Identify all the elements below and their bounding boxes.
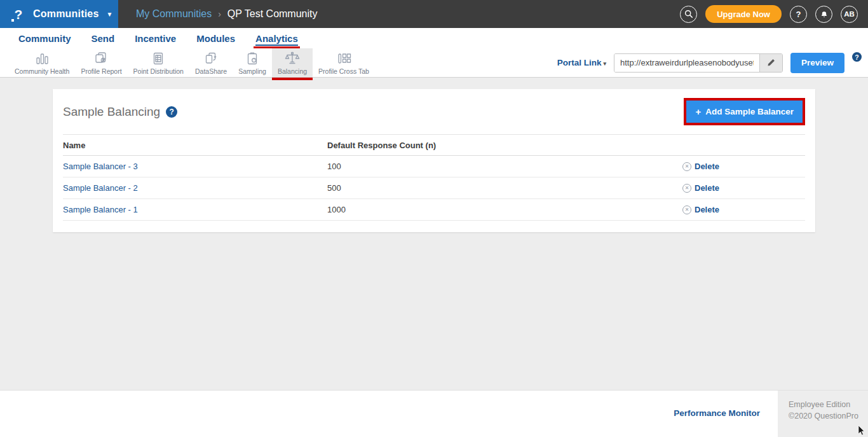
delete-button[interactable]: ✕ Delete — [682, 205, 805, 214]
add-sample-balancer-button[interactable]: + Add Sample Balancer — [686, 101, 803, 123]
balancer-name-link[interactable]: Sample Balancer - 1 — [63, 205, 138, 214]
breadcrumb-separator: › — [218, 9, 221, 19]
edition-label: Employee Edition — [789, 399, 868, 411]
breadcrumb: My Communities › QP Test Community — [136, 8, 318, 20]
document-table-icon — [151, 51, 166, 66]
footer: Performance Monitor Employee Edition ©20… — [0, 390, 868, 437]
balancer-name-link[interactable]: Sample Balancer - 3 — [63, 162, 138, 171]
tool-community-health[interactable]: Community Health — [9, 48, 75, 77]
share-pages-icon — [203, 51, 219, 66]
topbar: ? Communities ▼ My Communities › QP Test… — [0, 0, 868, 28]
main-nav: Community Send Incentive Modules Analyti… — [0, 28, 868, 48]
circle-x-icon: ✕ — [682, 162, 691, 171]
chevron-down-icon: ▾ — [603, 60, 606, 67]
tab-community[interactable]: Community — [18, 32, 72, 45]
balance-scales-icon — [284, 51, 301, 66]
breadcrumb-current: QP Test Community — [227, 8, 318, 20]
card-header: Sample Balancing ? + Add Sample Balancer — [63, 98, 805, 125]
question-icon: ? — [796, 10, 801, 19]
tool-profile-report[interactable]: Profile Report — [75, 48, 127, 77]
cross-tab-grid-icon — [336, 51, 351, 66]
table-row: Sample Balancer - 1 1000 ✕ Delete — [63, 199, 805, 221]
svg-text:?: ? — [253, 59, 255, 62]
tab-modules[interactable]: Modules — [196, 32, 236, 45]
portal-url-group — [614, 53, 783, 73]
topbar-actions: Upgrade Now ? AB — [680, 5, 868, 23]
bar-chart-icon — [34, 51, 50, 66]
upgrade-now-button[interactable]: Upgrade Now — [705, 5, 782, 23]
notifications-button[interactable] — [815, 6, 832, 23]
title-help-button[interactable]: ? — [166, 106, 177, 118]
portal-link-dropdown[interactable]: Portal Link▾ — [557, 58, 606, 67]
response-count: 1000 — [327, 205, 682, 214]
mouse-cursor — [858, 426, 865, 436]
app-menu[interactable]: ? Communities ▼ — [0, 0, 118, 28]
delete-button[interactable]: ✕ Delete — [682, 162, 805, 171]
delete-button[interactable]: ✕ Delete — [682, 183, 805, 193]
response-count: 500 — [327, 183, 682, 193]
tab-send[interactable]: Send — [91, 32, 116, 45]
pencil-icon — [766, 58, 776, 67]
table-row: Sample Balancer - 2 500 ✕ Delete — [63, 177, 805, 199]
balancers-table: Name Default Response Count (n) Sample B… — [63, 134, 805, 221]
breadcrumb-parent-link[interactable]: My Communities — [136, 8, 212, 20]
tool-sampling[interactable]: ? Sampling — [233, 48, 272, 77]
column-header-count: Default Response Count (n) — [327, 141, 682, 150]
question-icon: ? — [169, 108, 173, 116]
sample-balancing-card: Sample Balancing ? + Add Sample Balancer… — [53, 89, 815, 232]
edit-url-button[interactable] — [759, 54, 782, 72]
help-button[interactable]: ? — [790, 6, 807, 23]
portal-url-input[interactable] — [614, 54, 759, 72]
toolbar-right: Portal Link▾ Preview ? — [557, 48, 868, 77]
tool-datashare[interactable]: DataShare — [189, 48, 233, 77]
edition-box: Employee Edition ©2020 QuestionPro — [778, 391, 868, 437]
tool-balancing[interactable]: Balancing — [272, 48, 313, 77]
table-header-row: Name Default Response Count (n) — [63, 134, 805, 156]
tab-incentive[interactable]: Incentive — [134, 32, 177, 45]
questionpro-logo-icon: ? — [10, 6, 27, 22]
circle-x-icon: ✕ — [682, 184, 691, 193]
avatar[interactable]: AB — [841, 6, 858, 23]
page: ? Communities ▼ My Communities › QP Test… — [0, 0, 868, 437]
preview-button[interactable]: Preview — [790, 53, 844, 73]
performance-monitor-link[interactable]: Performance Monitor — [674, 408, 760, 418]
page-help-button[interactable]: ? — [852, 52, 862, 62]
question-icon: ? — [855, 53, 858, 61]
search-button[interactable] — [680, 6, 697, 23]
table-row: Sample Balancer - 3 100 ✕ Delete — [63, 156, 805, 177]
profile-report-icon — [93, 51, 109, 66]
page-title: Sample Balancing — [63, 105, 160, 119]
tool-point-distribution[interactable]: Point Distribution — [128, 48, 189, 77]
balancer-name-link[interactable]: Sample Balancer - 2 — [63, 183, 138, 193]
chevron-down-icon: ▼ — [107, 11, 113, 18]
response-count: 100 — [327, 162, 682, 171]
content-area: Sample Balancing ? + Add Sample Balancer… — [0, 78, 868, 390]
search-icon — [684, 10, 693, 18]
tab-analytics[interactable]: Analytics — [255, 32, 299, 45]
copyright-label: ©2020 QuestionPro — [789, 411, 868, 422]
app-menu-label: Communities — [33, 8, 99, 20]
annotation-highlight-bar — [272, 78, 313, 80]
bell-icon — [820, 10, 829, 18]
annotation-highlight-box: + Add Sample Balancer — [684, 98, 805, 125]
analytics-toolbar: Community Health Profile Report Point Di… — [0, 48, 868, 78]
tool-profile-cross-tab[interactable]: Profile Cross Tab — [313, 48, 375, 77]
clipboard-question-icon: ? — [245, 51, 260, 66]
plus-icon: + — [695, 106, 701, 117]
circle-x-icon: ✕ — [682, 205, 691, 214]
column-header-name: Name — [63, 141, 327, 150]
